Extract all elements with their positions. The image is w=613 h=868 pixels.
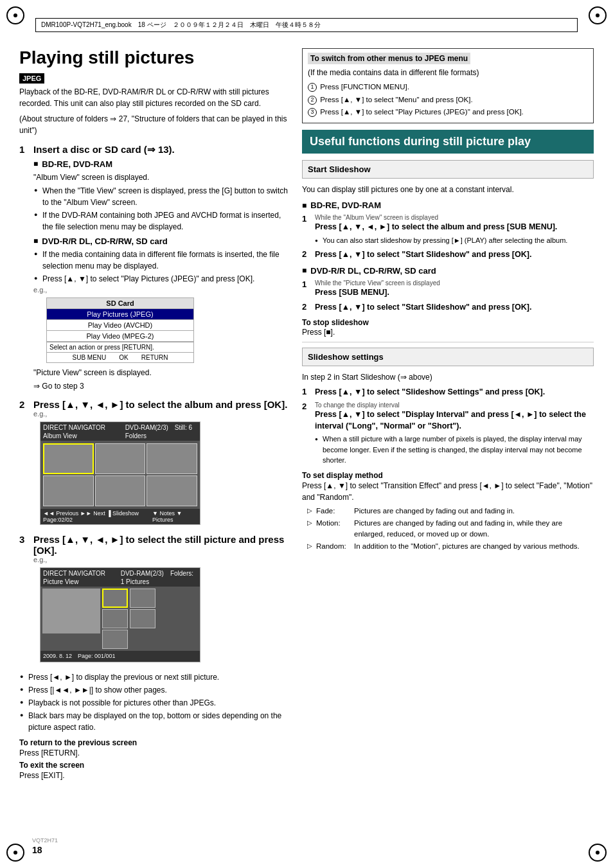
jm-item-0: 1 Press [FUNCTION MENU]. (308, 81, 588, 94)
step3-content: Press [▲, ▼, ◄, ►] to select the still p… (33, 534, 289, 666)
ss-step1-small: While the "Album View" screen is display… (315, 214, 594, 221)
sss-step1: 1 Press [▲, ▼] to select "Slideshow Sett… (302, 387, 594, 398)
after-bullet-3: Black bars may be displayed on the top, … (28, 710, 289, 733)
after-bullet-1: Press [|◄◄, ►►|] to show other pages. (28, 684, 289, 696)
start-slideshow-box: Start Slideshow (302, 160, 594, 179)
dm-item-1: ▷ Motion: Pictures are changed by fading… (307, 518, 594, 540)
ss2-step2-main: Press [▲, ▼] to select "Start Slideshow"… (315, 303, 531, 312)
ss-settings-intro: In step 2 in Start Slideshow (⇒ above) (302, 371, 594, 383)
ss-sub2-heading: DVD-R/R DL, CD-R/RW, SD card (302, 266, 594, 276)
dm-random-desc: In addition to the "Motion", pictures ar… (354, 541, 580, 552)
display-methods-list: ▷ Fade: Pictures are changed by fading o… (302, 506, 594, 553)
pv-sm-4 (130, 609, 155, 628)
divider-1 (302, 342, 594, 342)
pv-thumbs (102, 589, 128, 649)
after-bullet-0: Press [◄, ►] to display the previous or … (28, 671, 289, 683)
step1-sub1-bullet2: If the DVD-RAM containing both JPEG and … (42, 209, 289, 233)
pv-header: DIRECT NAVIGATOR Picture View DVD-RAM(2/… (40, 568, 200, 587)
sss-step1-main: Press [▲, ▼] to select "Slideshow Settin… (315, 387, 545, 396)
sd-row-2: Play Video (MPEG-2) (47, 331, 193, 342)
dm-fade-label: Fade: (316, 506, 351, 517)
sd-icons: SUB MENU OK RETURN (47, 352, 193, 362)
to-stop-row: To stop slideshow Press [■]. (302, 317, 594, 337)
pv-sm-0 (102, 589, 128, 608)
ss2-step2-content: Press [▲, ▼] to select "Start Slideshow"… (315, 302, 594, 314)
av-header: DIRECT NAVIGATOR Album View DVD-RAM(2/3)… (40, 422, 200, 441)
jpeg-menu-box: To switch from other menus to JPEG menu … (302, 48, 594, 123)
ss2-step1-main: Press [SUB MENU]. (315, 288, 389, 297)
av-thumb-1 (95, 443, 146, 474)
sd-icon-ok: OK (119, 354, 128, 361)
vq-label: VQT2H71 (32, 837, 58, 844)
dm-fade-desc: Pictures are changed by fading out and f… (354, 506, 515, 517)
circled-3: 3 (308, 108, 317, 117)
sd-icon-sub: SUB MENU (73, 354, 107, 361)
av-thumb-3 (43, 475, 94, 506)
start-slideshow-title: Start Slideshow (308, 164, 588, 174)
jm-item-1-text: Press [▲, ▼] to select "Menu" and press … (320, 96, 472, 103)
av-thumb-0 (43, 443, 94, 474)
jpeg-badge: JPEG (19, 73, 289, 86)
pv-footer: 2009. 8. 12 Page: 001/001 (40, 651, 200, 662)
ss2-step1: 1 While the "Picture View" screen is dis… (302, 279, 594, 299)
dm-motion-desc: Pictures are changed by fading out and f… (354, 518, 594, 540)
dm-item-0: ▷ Fade: Pictures are changed by fading o… (307, 506, 594, 517)
picture-view-note: "Picture View" screen is displayed. (33, 367, 289, 378)
ss-step2-main: Press [▲, ▼] to select "Start Slideshow"… (315, 250, 531, 259)
jm-item-2: 3 Press [▲, ▼] to select "Play Pictures … (308, 106, 588, 119)
pv-body (40, 587, 200, 651)
step1-sub2-heading: DVD-R/R DL, CD-R/RW, SD card (33, 236, 289, 246)
display-method-label: To set display method (302, 471, 594, 480)
ss-step2: 2 Press [▲, ▼] to select "Start Slidesho… (302, 249, 594, 261)
slideshow-settings-title: Slideshow settings (308, 352, 588, 362)
intro-text: Playback of the BD-RE, DVD-RAM/R/R DL or… (19, 86, 289, 109)
exit-text: Press [EXIT]. (19, 770, 289, 781)
ss2-step2: 2 Press [▲, ▼] to select "Start Slidesho… (302, 302, 594, 314)
jpeg-menu-note: (If the media contains data in different… (308, 67, 588, 78)
about-text: (About structure of folders ⇒ 27, "Struc… (19, 113, 289, 136)
to-stop-label: To stop slideshow (302, 318, 369, 327)
step1: 1 Insert a disc or SD card (⇒ 13). BD-RE… (19, 144, 289, 394)
after-bullet-2: Playback is not possible for pictures ot… (28, 697, 289, 709)
teal-heading: Useful functions during still picture pl… (310, 135, 586, 149)
return-label: To return to the previous screen (19, 738, 289, 747)
sd-card-table: SD Card Play Pictures (JPEG) Play Video … (46, 297, 194, 363)
av-body (40, 441, 200, 509)
dm-random-label: Random: (316, 541, 351, 552)
step1-sub1-bullet1: When the "Title View" screen is displaye… (42, 185, 289, 208)
ss2-step1-content: While the "Picture View" screen is displ… (315, 279, 594, 299)
ss-step1-bullet: You can also start slideshow by pressing… (323, 235, 594, 246)
step2-content: Press [▲, ▼, ◄, ►] to select the album a… (33, 399, 289, 529)
jpeg-menu-title: To switch from other menus to JPEG menu (308, 53, 470, 64)
step3-eg: e.g., (33, 556, 289, 563)
step3: 3 Press [▲, ▼, ◄, ►] to select the still… (19, 534, 289, 666)
return-section: To return to the previous screen Press [… (19, 738, 289, 781)
sd-footer: Select an action or press [RETURN]. (47, 342, 193, 352)
jm-item-1: 2 Press [▲, ▼] to select "Menu" and pres… (308, 94, 588, 107)
sd-card-title: SD Card (47, 298, 193, 309)
step2-eg: e.g., (33, 410, 289, 418)
dm-motion-label: Motion: (316, 518, 351, 540)
step1-sub1-heading: BD-RE, DVD-RAM (33, 159, 289, 169)
picture-view-mock: DIRECT NAVIGATOR Picture View DVD-RAM(2/… (40, 567, 200, 662)
av-thumb-4 (95, 475, 146, 506)
display-method-section: To set display method Press [▲, ▼] to se… (302, 471, 594, 553)
page-title: Playing still pictures (19, 48, 289, 68)
step3-heading: Press [▲, ▼, ◄, ►] to select the still p… (33, 534, 284, 556)
slideshow-settings-box: Slideshow settings (302, 348, 594, 366)
circled-2: 2 (308, 96, 317, 105)
exit-label: To exit the screen (19, 761, 289, 770)
ss-sub1-heading: BD-RE, DVD-RAM (302, 200, 594, 210)
circled-1: 1 (308, 83, 317, 92)
sss-step2-small: To change the display interval (315, 402, 594, 409)
sss-step2-main: Press [▲, ▼] to select "Display Interval… (315, 410, 586, 430)
sd-icon-return: RETURN (141, 354, 168, 361)
pv-sm-3 (130, 589, 155, 608)
after-bullets: Press [◄, ►] to display the previous or … (19, 671, 289, 733)
step1-heading: Insert a disc or SD card (⇒ 13). (33, 144, 175, 155)
ss-step1: 1 While the "Album View" screen is displ… (302, 214, 594, 245)
step1-sub2-bullet2: Press [▲, ▼] to select "Play Pictures (J… (42, 273, 289, 285)
ss-step1-main: Press [▲, ▼, ◄, ►] to select the album a… (315, 222, 557, 231)
step1-eg1: e.g., (33, 286, 289, 294)
jm-item-2-text: Press [▲, ▼] to select "Play Pictures (J… (320, 108, 524, 116)
